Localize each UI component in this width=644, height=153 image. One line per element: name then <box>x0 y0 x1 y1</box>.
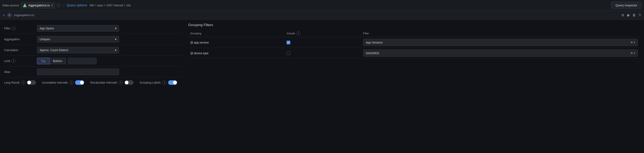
ds-logo-icon <box>23 4 27 7</box>
include-checkbox-2[interactable] <box>286 51 290 55</box>
filter-info-icon[interactable]: i <box>12 26 16 30</box>
top-button[interactable]: Top <box>37 58 50 64</box>
filter-value-cell: App Versions ✕ ▾ <box>361 37 640 48</box>
long-result-group: Long Result i <box>4 80 36 85</box>
recalculate-intervals-group: Recalculate Intervals i <box>90 80 134 85</box>
grouping-name-cell: @.app.version <box>188 37 284 48</box>
filter-dropdown-2[interactable]: IGNORED ✕ ▾ <box>363 50 638 57</box>
top-bar-left: Data source Aggregations.io ▾ i › Query … <box>2 2 131 8</box>
calculation-row: Calculation Approx. Count Distinct ▾ <box>4 45 183 56</box>
long-result-toggle[interactable] <box>27 80 36 85</box>
filter-control: App Opens ▾ <box>37 25 183 32</box>
datasource-selector[interactable]: Aggregations.io ▾ <box>21 2 55 8</box>
aggregation-chevron-icon: ▾ <box>115 38 116 41</box>
long-result-knob <box>27 81 31 84</box>
alias-control <box>37 68 183 75</box>
grouping-labels-label: Grouping Labels <box>140 81 161 84</box>
alias-label: Alias <box>4 70 37 74</box>
include-checkbox-cell <box>284 37 361 48</box>
calculation-control: Approx. Count Distinct ▾ <box>37 47 183 54</box>
data-source-label: Data source <box>2 4 19 7</box>
query-ds-name: (Aggregations.io) <box>14 14 34 17</box>
form-panel: Filter i App Opens ▾ Aggregation Uniques… <box>4 23 183 85</box>
long-result-label: Long Result <box>4 81 20 84</box>
alias-input[interactable] <box>37 68 119 75</box>
collapse-icon[interactable]: ∨ <box>3 14 5 17</box>
drag-icon[interactable]: ⠿ <box>639 13 641 17</box>
filter-chevron-icon: ▾ <box>115 27 116 30</box>
limit-row: Limit i Top Bottom <box>4 56 183 66</box>
query-row-actions: ⧉ ◉ 🗑 ⠿ <box>622 13 641 17</box>
query-letter: A <box>7 13 12 18</box>
grouping-labels-group: Grouping Labels i <box>140 80 177 85</box>
ds-name-label: Aggregations.io <box>28 4 50 7</box>
top-bar-right: Query inspector <box>611 2 642 9</box>
trash-icon[interactable]: 🗑 <box>632 13 636 17</box>
bottom-button[interactable]: Bottom <box>50 58 66 64</box>
long-result-info-icon[interactable]: i <box>21 80 25 84</box>
grouping-filters-title: Grouping Filters <box>188 23 640 27</box>
incomplete-intervals-toggle[interactable] <box>75 80 84 85</box>
calculation-label: Calculation <box>4 48 37 52</box>
toggles-row: Long Result i Incomplete Intervals i Rec… <box>4 78 183 85</box>
incomplete-intervals-info-icon[interactable]: i <box>70 80 74 84</box>
filter-expand-2[interactable]: ▾ <box>634 52 635 55</box>
filter-col-header: Filter <box>361 30 640 37</box>
aggregation-control: Uniques ▾ <box>37 36 183 42</box>
incomplete-intervals-label: Incomplete Intervals <box>42 81 68 84</box>
grouping-table-header: Grouping Include i Filter <box>188 30 640 37</box>
include-info-icon[interactable]: i <box>296 31 300 35</box>
info-icon[interactable]: i <box>56 3 60 8</box>
filter-dropdown-1[interactable]: App Versions ✕ ▾ <box>363 39 638 46</box>
grouping-panel: Grouping Filters Grouping Include i Filt… <box>188 23 640 85</box>
aggregation-select[interactable]: Uniques ▾ <box>37 36 119 42</box>
limit-info-icon[interactable]: i <box>12 59 16 63</box>
alias-row: Alias <box>4 66 183 78</box>
calculation-chevron-icon: ▾ <box>115 48 116 52</box>
recalculate-intervals-label: Recalculate Intervals <box>90 81 117 84</box>
query-meta: MD = auto = 1597 Interval = 15s <box>90 4 131 7</box>
limit-number-input[interactable] <box>68 58 96 64</box>
grouping-col-header: Grouping <box>188 30 284 37</box>
include-checkbox-1[interactable] <box>286 41 290 44</box>
copy-icon[interactable]: ⧉ <box>622 13 624 17</box>
grouping-table: Grouping Include i Filter <box>188 30 640 58</box>
limit-controls: Top Bottom <box>37 58 183 64</box>
main-content: Filter i App Opens ▾ Aggregation Uniques… <box>0 20 644 88</box>
filter-clear-2[interactable]: ✕ <box>630 51 633 55</box>
filter-value-cell: IGNORED ✕ ▾ <box>361 48 640 58</box>
query-options-link[interactable]: Query options <box>67 4 87 7</box>
filter-row: Filter i App Opens ▾ <box>4 23 183 34</box>
filter-expand-1[interactable]: ▾ <box>634 41 635 44</box>
include-col-header: Include i <box>284 30 361 37</box>
filter-clear-1[interactable]: ✕ <box>630 40 633 44</box>
eye-icon[interactable]: ◉ <box>627 13 630 17</box>
calculation-select[interactable]: Approx. Count Distinct ▾ <box>37 47 119 54</box>
table-row: @.app.version App Versions ✕ ▾ <box>188 37 640 48</box>
grouping-labels-knob <box>173 81 177 84</box>
query-row: ∨ A (Aggregations.io) ⧉ ◉ 🗑 ⠿ <box>0 11 644 20</box>
chevron-down-icon: ▾ <box>51 4 52 7</box>
incomplete-intervals-group: Incomplete Intervals i <box>42 80 84 85</box>
incomplete-intervals-knob <box>80 81 84 84</box>
grouping-labels-info-icon[interactable]: i <box>162 80 166 84</box>
aggregation-row: Aggregation Uniques ▾ <box>4 34 183 45</box>
filter-label: Filter i <box>4 26 37 30</box>
grouping-labels-toggle[interactable] <box>168 80 177 85</box>
filter-select[interactable]: App Opens ▾ <box>37 25 119 32</box>
limit-label: Limit i <box>4 59 37 63</box>
grouping-name-cell: @.device.type <box>188 48 284 58</box>
limit-control: Top Bottom <box>37 58 183 64</box>
recalculate-intervals-info-icon[interactable]: i <box>119 80 123 84</box>
arrow-separator: › <box>63 3 64 8</box>
table-row: @.device.type IGNORED ✕ ▾ <box>188 48 640 58</box>
recalculate-intervals-knob <box>125 81 128 84</box>
top-bar: Data source Aggregations.io ▾ i › Query … <box>0 0 644 11</box>
include-checkbox-cell <box>284 48 361 58</box>
recalculate-intervals-toggle[interactable] <box>124 80 134 85</box>
aggregation-label: Aggregation <box>4 38 37 41</box>
query-inspector-button[interactable]: Query inspector <box>611 2 642 9</box>
